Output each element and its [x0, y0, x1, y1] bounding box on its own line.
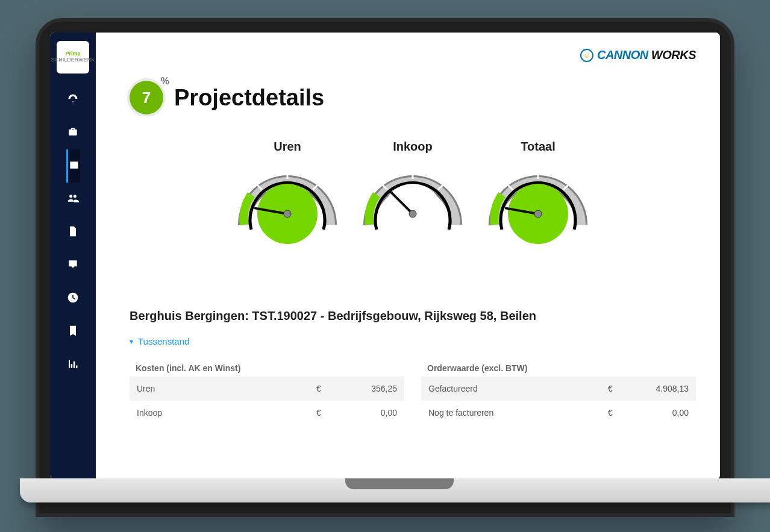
row-currency: €: [316, 384, 331, 393]
project-subtitle: Berghuis Bergingen: TST.190027 - Bedrijf…: [130, 309, 696, 323]
dashboard-icon: [67, 93, 79, 107]
page-header: 7 % Projectdetails: [130, 81, 696, 114]
row-currency: €: [608, 408, 622, 418]
row-value: 0,00: [331, 408, 397, 418]
book-icon: [67, 325, 79, 339]
inbox-icon: [67, 258, 79, 273]
nav-document[interactable]: [66, 216, 80, 249]
row-value: 0,00: [622, 408, 689, 418]
costs-header: Kosten (incl. AK en Winst): [130, 360, 404, 377]
nav-news[interactable]: [66, 149, 80, 183]
briefcase-icon: [67, 126, 79, 140]
chevron-down-icon: ▾: [130, 337, 133, 346]
nav-book[interactable]: [66, 315, 80, 348]
sidebar-company-logo[interactable]: Prima SCHILDERWERK: [57, 41, 89, 74]
row-currency: €: [316, 408, 331, 418]
row-value: 356,25: [331, 384, 397, 393]
ordervalue-table: Orderwaarde (excl. BTW) Gefactureerd€4.9…: [421, 360, 696, 425]
news-icon: [68, 159, 80, 174]
content-area: ☺ CANNON WORKS 7 % Projectdetails Uren I…: [96, 33, 720, 480]
sidebar: Prima SCHILDERWERK: [50, 33, 96, 480]
gauge-label: Uren: [233, 140, 342, 154]
app-screen: Prima SCHILDERWERK ☺ CANNON WORKS 7 % Pr…: [50, 33, 720, 480]
svg-point-5: [284, 210, 291, 217]
accordion-toggle-tussenstand[interactable]: ▾ Tussenstand: [130, 336, 696, 346]
gauge-chart-icon: [233, 158, 342, 251]
cannon-head-icon: ☺: [580, 49, 593, 62]
percent-icon: %: [161, 76, 169, 87]
brand-part2: WORKS: [651, 48, 696, 61]
svg-point-17: [534, 210, 542, 217]
table-row: Inkoop€0,00: [130, 401, 404, 425]
laptop-base: [20, 478, 770, 502]
row-label: Uren: [137, 384, 316, 393]
nav-clock[interactable]: [66, 282, 80, 315]
progress-number: 7: [142, 89, 151, 107]
costs-table: Kosten (incl. AK en Winst) Uren€356,25In…: [130, 360, 404, 425]
nav-users[interactable]: [66, 183, 80, 216]
gauge-chart-icon: [484, 158, 592, 251]
svg-point-11: [409, 210, 416, 217]
logo-line2: SCHILDERWERK: [51, 57, 95, 63]
table-row: Nog te factureren€0,00: [421, 401, 696, 425]
brand-part1: CANNON: [597, 48, 648, 61]
row-label: Inkoop: [137, 408, 316, 418]
nav-stats[interactable]: [66, 348, 80, 381]
gauges-row: Uren Inkoop Totaal: [130, 140, 696, 251]
users-icon: [67, 192, 79, 207]
row-label: Gefactureerd: [428, 384, 608, 393]
gauge-label: Inkoop: [358, 140, 467, 154]
row-label: Nog te factureren: [428, 408, 608, 418]
summary-tables: Kosten (incl. AK en Winst) Uren€356,25In…: [130, 360, 696, 425]
nav-briefcase[interactable]: [66, 116, 80, 149]
row-value: 4.908,13: [622, 384, 689, 393]
gauge-inkoop: Inkoop: [358, 140, 467, 251]
laptop-frame: Prima SCHILDERWERK ☺ CANNON WORKS 7 % Pr…: [36, 18, 734, 517]
laptop-notch: [345, 478, 454, 489]
gauge-totaal: Totaal: [484, 140, 592, 251]
progress-badge: 7 %: [130, 81, 163, 114]
nav-inbox[interactable]: [66, 249, 80, 282]
table-row: Gefactureerd€4.908,13: [421, 377, 696, 401]
nav-dashboard[interactable]: [66, 83, 80, 116]
gauge-uren: Uren: [233, 140, 342, 251]
row-currency: €: [608, 384, 622, 393]
clock-icon: [67, 292, 79, 306]
stats-icon: [67, 358, 79, 372]
accordion-label: Tussenstand: [138, 336, 189, 346]
logo-line1: Prima: [66, 51, 81, 57]
gauge-chart-icon: [358, 158, 467, 251]
table-row: Uren€356,25: [130, 377, 404, 401]
page-title: Projectdetails: [174, 85, 324, 111]
ordervalue-header: Orderwaarde (excl. BTW): [421, 360, 696, 377]
document-icon: [67, 225, 79, 240]
gauge-label: Totaal: [484, 140, 592, 154]
app-brand: ☺ CANNON WORKS: [580, 48, 696, 62]
